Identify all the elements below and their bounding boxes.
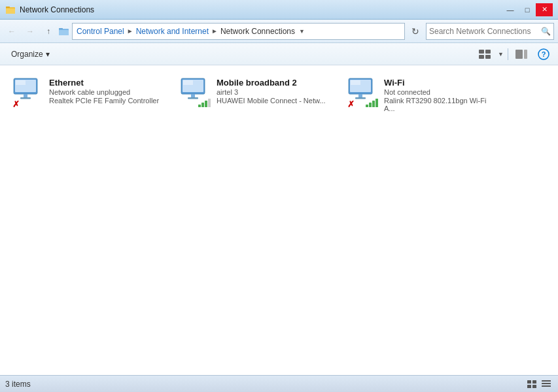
svg-rect-22: [191, 94, 195, 97]
view-divider: [508, 48, 508, 60]
connection-item-ethernet[interactable]: ✗EthernetNetwork cable unpluggedRealtek …: [8, 73, 165, 117]
svg-rect-17: [24, 94, 27, 97]
main-content: ✗EthernetNetwork cable unpluggedRealtek …: [0, 65, 558, 375]
svg-rect-24: [198, 105, 201, 107]
status-tiles-button[interactable]: [525, 378, 538, 390]
organize-button[interactable]: Organize ▾: [5, 47, 56, 61]
connection-status-wifi: Not connected: [384, 88, 495, 96]
connection-info-ethernet: EthernetNetwork cable unpluggedRealtek P…: [49, 78, 160, 105]
connection-status-ethernet: Network cable unplugged: [49, 88, 160, 96]
svg-rect-18: [20, 97, 31, 99]
connection-item-mobile-broadband-2[interactable]: Mobile broadband 2airtel 3HUAWEI Mobile …: [175, 73, 332, 117]
details-pane-icon: [515, 50, 527, 59]
svg-rect-4: [59, 30, 69, 35]
svg-rect-5: [59, 28, 63, 29]
svg-rect-35: [372, 101, 375, 107]
signal-icon-mobile-broadband-2: [198, 98, 211, 109]
connection-name-ethernet: Ethernet: [49, 78, 160, 88]
tiles-icon: [479, 50, 491, 59]
address-bar: ← → ↑ Control Panel ► Network and Intern…: [0, 20, 558, 43]
title-bar: Network Connections — □ ✕: [0, 0, 558, 20]
breadcrumb-control-panel[interactable]: Control Panel: [77, 27, 124, 36]
connection-item-wifi[interactable]: ✗Wi-FiNot connectedRalink RT3290 802.11b…: [343, 73, 500, 117]
svg-rect-36: [375, 99, 378, 107]
toolbar-right: ▼ ?: [476, 47, 553, 61]
error-icon-wifi: ✗: [347, 99, 355, 109]
connection-detail-wifi: Ralink RT3290 802.11bgn Wi-Fi A...: [384, 97, 495, 112]
svg-rect-16: [16, 80, 26, 85]
items-count: 3 items: [5, 380, 31, 389]
svg-rect-8: [479, 55, 484, 59]
status-details-icon: [542, 380, 551, 388]
toolbar: Organize ▾ ▼ ?: [0, 43, 558, 65]
svg-rect-25: [201, 103, 204, 107]
forward-button[interactable]: →: [22, 24, 38, 39]
svg-rect-38: [532, 380, 536, 384]
title-bar-controls: — □ ✕: [502, 3, 553, 16]
view-dropdown-arrow[interactable]: ▼: [498, 51, 504, 57]
svg-rect-23: [188, 97, 198, 99]
close-button[interactable]: ✕: [536, 3, 553, 16]
svg-rect-21: [183, 80, 193, 85]
search-box: 🔍: [426, 23, 554, 40]
help-button[interactable]: ?: [534, 47, 553, 61]
connection-icon-wrapper-wifi: ✗: [347, 78, 379, 109]
svg-rect-41: [542, 380, 551, 382]
connections-grid: ✗EthernetNetwork cable unpluggedRealtek …: [8, 73, 550, 117]
svg-rect-26: [205, 101, 207, 107]
toolbar-left: Organize ▾: [5, 47, 56, 61]
svg-rect-11: [524, 50, 527, 59]
status-details-button[interactable]: [540, 378, 553, 390]
svg-rect-9: [485, 55, 491, 59]
back-button[interactable]: ←: [4, 24, 20, 39]
svg-rect-30: [351, 80, 360, 85]
svg-rect-27: [208, 99, 211, 107]
search-input[interactable]: [429, 27, 541, 36]
connection-icon-wrapper-ethernet: ✗: [12, 78, 44, 109]
error-icon-ethernet: ✗: [12, 99, 20, 109]
refresh-button[interactable]: ↻: [408, 24, 423, 39]
svg-rect-1: [6, 8, 15, 14]
svg-text:?: ?: [542, 50, 546, 58]
svg-rect-10: [515, 50, 523, 59]
maximize-button[interactable]: □: [519, 3, 536, 16]
title-bar-left: Network Connections: [5, 5, 94, 15]
breadcrumb-dropdown[interactable]: ▼: [299, 28, 305, 35]
status-bar: 3 items: [0, 375, 558, 392]
connection-icon-wrapper-mobile-broadband-2: [180, 78, 211, 109]
connection-info-mobile-broadband-2: Mobile broadband 2airtel 3HUAWEI Mobile …: [217, 78, 328, 105]
breadcrumb-folder-icon: [59, 27, 69, 36]
svg-rect-43: [542, 385, 551, 387]
signal-icon-wifi: [366, 98, 379, 109]
svg-rect-34: [369, 103, 372, 107]
status-tiles-icon: [527, 380, 536, 388]
svg-rect-33: [366, 105, 368, 107]
title-bar-icon: [5, 5, 16, 15]
minimize-button[interactable]: —: [502, 3, 519, 16]
search-icon: 🔍: [541, 27, 551, 36]
connection-name-wifi: Wi-Fi: [384, 78, 495, 88]
connection-detail-ethernet: Realtek PCIe FE Family Controller: [49, 97, 160, 105]
svg-rect-32: [355, 97, 366, 99]
details-pane-button[interactable]: [512, 47, 531, 61]
svg-rect-42: [542, 383, 551, 384]
status-view-icons: [525, 378, 553, 390]
svg-rect-2: [6, 7, 10, 8]
view-tiles-button[interactable]: [476, 47, 494, 61]
title-bar-title: Network Connections: [20, 5, 94, 14]
svg-rect-37: [527, 380, 531, 384]
svg-rect-7: [485, 50, 491, 54]
svg-rect-40: [532, 385, 536, 388]
svg-rect-31: [358, 94, 362, 97]
svg-rect-39: [527, 385, 531, 388]
breadcrumb-current: Network Connections: [220, 27, 295, 36]
connection-detail-mobile-broadband-2: HUAWEI Mobile Connect - Netw...: [217, 97, 328, 105]
connection-info-wifi: Wi-FiNot connectedRalink RT3290 802.11bg…: [384, 78, 495, 112]
up-button[interactable]: ↑: [41, 24, 56, 39]
breadcrumb-network-internet[interactable]: Network and Internet: [136, 27, 209, 36]
help-icon: ?: [538, 48, 549, 60]
connection-name-mobile-broadband-2: Mobile broadband 2: [217, 78, 328, 88]
breadcrumb-bar: Control Panel ► Network and Internet ► N…: [72, 23, 405, 40]
connection-status-mobile-broadband-2: airtel 3: [217, 88, 328, 96]
svg-rect-6: [479, 50, 484, 54]
